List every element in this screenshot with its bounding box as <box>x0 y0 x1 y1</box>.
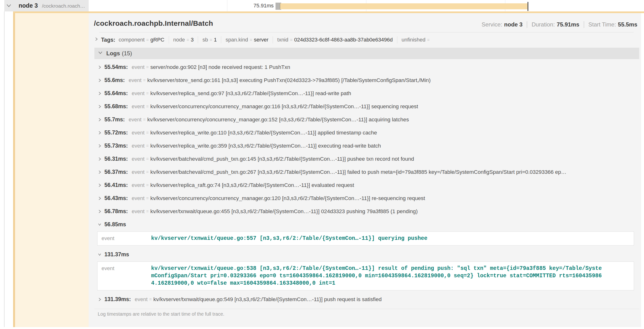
log-field-key: event <box>98 235 151 242</box>
chevron-right-icon[interactable] <box>98 144 102 148</box>
chevron-right-icon[interactable] <box>98 65 102 70</box>
tag-item[interactable]: sb=1 <box>202 37 217 43</box>
header-divider <box>99 32 634 32</box>
chevron-right-icon[interactable] <box>98 78 102 83</box>
log-entry-row[interactable]: 55.7ms:event=kv/kvserver/concurrency/con… <box>94 113 639 126</box>
log-entry-row[interactable]: 56.37ms:event=kv/kvserver/batcheval/cmd_… <box>94 166 639 178</box>
tag-item[interactable]: span.kind=server <box>226 37 268 43</box>
log-entry-row[interactable]: 55.72ms:event=kv/kvserver/replica_write.… <box>94 126 639 139</box>
chevron-down-icon[interactable] <box>98 51 103 56</box>
log-timestamp: 56.37ms: <box>104 169 128 175</box>
logs-title: Logs <box>106 50 120 57</box>
logs-block: Logs (15) 55.54ms:event=server/node.go:9… <box>94 48 639 320</box>
tag-divider <box>273 36 273 44</box>
chevron-right-icon[interactable] <box>98 157 102 162</box>
log-entry-row[interactable]: 56.43ms:event=kv/kvserver/concurrency/co… <box>94 192 639 205</box>
log-field-value: kv/kvserver/replica_raft.go:74 [n3,s3,r6… <box>150 182 354 188</box>
chevron-down-icon[interactable] <box>98 252 102 257</box>
log-field-key: event <box>132 208 144 214</box>
tree-guide-line <box>4 0 4 327</box>
tag-value: gRPC <box>150 37 164 43</box>
log-entry-row[interactable]: 55.68ms:event=kv/kvserver/concurrency/co… <box>94 100 639 113</box>
chevron-down-icon[interactable] <box>6 4 12 9</box>
span-detail-card: /cockroach.roachpb.Internal/Batch Servic… <box>89 13 641 327</box>
log-field-value: kv/kvserver/batcheval/cmd_push_txn.go:26… <box>150 169 566 175</box>
log-field-key: event <box>135 296 148 302</box>
span-operation-name[interactable]: /cockroach.roach… <box>42 3 85 9</box>
tag-item[interactable]: unfinished= <box>402 37 432 43</box>
log-marker <box>528 2 528 11</box>
chevron-right-icon[interactable] <box>98 170 102 174</box>
log-timestamp: 131.37ms <box>104 251 129 258</box>
chevron-right-icon[interactable] <box>98 104 102 109</box>
duration-label: Duration: <box>532 21 554 28</box>
log-field-key: event <box>132 104 144 110</box>
log-timestamp: 56.43ms: <box>104 195 128 202</box>
log-entry-row[interactable]: 56.78ms:event=kv/kvserver/txnwait/queue.… <box>94 205 639 218</box>
equals-sign: = <box>427 38 430 42</box>
log-timestamp: 55.73ms: <box>104 142 128 149</box>
equals-sign: = <box>146 91 149 96</box>
log-field-value: kv/kvserver/txnwait/queue.go:557 [n3,s3,… <box>151 235 427 242</box>
log-field-key: event <box>132 169 144 175</box>
log-field-key: event <box>132 90 144 96</box>
tag-item[interactable]: txnid=024d3323-6c8f-4863-aa8b-37ab0e6349… <box>277 37 392 43</box>
log-field-value: kv/kvserver/concurrency/concurrency_mana… <box>147 116 409 123</box>
equals-sign: = <box>146 143 149 148</box>
chevron-right-icon[interactable] <box>98 183 102 188</box>
log-field-key: event <box>129 116 142 123</box>
log-field-key: event <box>132 143 144 149</box>
log-field-key: event <box>132 156 144 162</box>
chevron-right-icon[interactable] <box>98 196 102 201</box>
chevron-right-icon[interactable] <box>98 130 102 135</box>
log-timestamp: 55.54ms: <box>104 64 128 70</box>
span-detail-header: /cockroach.roachpb.Internal/Batch Servic… <box>89 13 641 32</box>
log-entry-row-expanded[interactable]: 56.85ms <box>94 218 639 231</box>
start-time-value: 55.5ms <box>618 21 637 28</box>
log-field-value: kv/kvserver/replica_write.go:110 [n3,s3,… <box>150 130 377 136</box>
span-meta: Service: node 3 Duration: 75.91ms Start … <box>482 21 637 28</box>
log-entry-row[interactable]: 55.6ms:event=kv/kvserver/store_send.go:1… <box>94 74 639 87</box>
start-time-label: Start Time: <box>588 21 616 28</box>
log-field-value: kv/kvserver/batcheval/cmd_push_txn.go:14… <box>150 156 414 162</box>
equals-sign: = <box>146 182 149 188</box>
tag-divider <box>198 36 198 44</box>
chevron-right-icon[interactable] <box>98 209 102 214</box>
tag-item[interactable]: node=3 <box>173 37 194 43</box>
chevron-down-icon[interactable] <box>98 222 102 227</box>
log-entry-row[interactable]: 55.73ms:event=kv/kvserver/replica_write.… <box>94 139 639 152</box>
log-entry-row[interactable]: 56.31ms:event=kv/kvserver/batcheval/cmd_… <box>94 152 639 166</box>
tag-key: span.kind <box>226 37 248 43</box>
log-field-key: event <box>98 265 151 287</box>
chevron-right-icon[interactable] <box>98 91 102 96</box>
log-field-key: event <box>132 182 144 188</box>
log-field-key: event <box>129 77 142 84</box>
log-detail-panel: eventkv/kvserver/txnwait/queue.go:538 [n… <box>97 262 634 290</box>
tag-item[interactable]: component=gRPC <box>119 37 164 43</box>
timeline-gridline <box>227 0 228 12</box>
tag-divider <box>221 36 221 44</box>
span-duration-label: 75.91ms <box>238 2 274 9</box>
span-service-name[interactable]: node 3 <box>18 2 38 9</box>
span-row[interactable]: node 3 /cockroach.roach… 75.91ms <box>0 0 644 12</box>
log-timestamp: 55.64ms: <box>104 90 128 96</box>
detail-card-accent-border <box>14 12 644 13</box>
logs-header[interactable]: Logs (15) <box>94 48 639 59</box>
log-entry-row-expanded[interactable]: 131.37ms <box>94 248 639 261</box>
chevron-right-icon[interactable] <box>98 117 102 122</box>
logs-footer-note: Log timestamps are relative to the start… <box>94 309 639 320</box>
chevron-right-icon[interactable] <box>94 37 98 43</box>
log-entry-row[interactable]: 131.39ms:event=kv/kvserver/txnwait/queue… <box>94 293 639 306</box>
chevron-right-icon[interactable] <box>98 297 102 302</box>
log-timestamp: 55.7ms: <box>104 116 125 123</box>
log-detail-panel: eventkv/kvserver/txnwait/queue.go:557 [n… <box>97 232 634 246</box>
span-duration-bar[interactable] <box>280 3 528 9</box>
tag-key: component <box>119 37 145 43</box>
tags-row[interactable]: Tags: component=gRPCnode=3sb=1span.kind=… <box>89 32 641 47</box>
log-entry-row[interactable]: 55.64ms:event=kv/kvserver/replica_send.g… <box>94 87 639 100</box>
log-entry-row[interactable]: 55.54ms:event=server/node.go:902 [n3] no… <box>94 60 639 74</box>
equals-sign: = <box>186 38 189 42</box>
logs-count: (15) <box>122 50 132 57</box>
log-entry-row[interactable]: 56.41ms:event=kv/kvserver/replica_raft.g… <box>94 178 639 192</box>
duration-value: 75.91ms <box>557 21 580 28</box>
